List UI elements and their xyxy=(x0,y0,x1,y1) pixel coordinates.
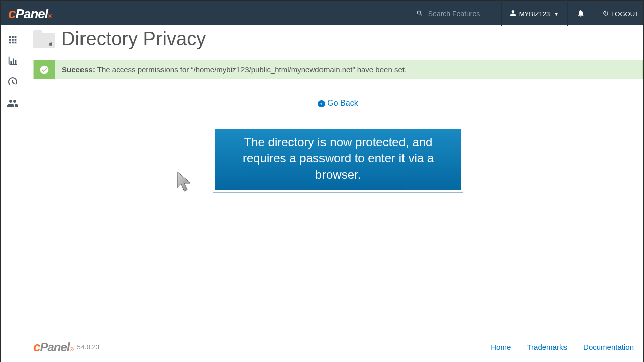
caret-down-icon: ▼ xyxy=(554,11,559,17)
sidebar xyxy=(1,25,24,362)
sidebar-item-users[interactable] xyxy=(1,94,24,115)
logout-icon xyxy=(602,10,609,18)
logo-c: c xyxy=(8,6,16,22)
footer-link-documentation[interactable]: Documentation xyxy=(583,343,634,351)
success-alert: Success: The access permissions for “/ho… xyxy=(33,60,643,79)
bell-icon xyxy=(577,9,585,19)
dashboard-icon xyxy=(7,76,19,90)
logout-label: LOGOUT xyxy=(611,10,639,18)
username-label: MYBIZ123 xyxy=(519,10,550,18)
top-header: cPanel® MYBIZ123 ▼ LOGOUT xyxy=(1,1,643,25)
footer-links: Home Trademarks Documentation xyxy=(476,343,634,351)
callout-text: The directory is now protected, and requ… xyxy=(215,129,461,190)
lock-icon xyxy=(48,41,53,48)
go-back-label: Go Back xyxy=(327,99,358,107)
arrow-left-icon xyxy=(318,100,325,107)
go-back-row: Go Back xyxy=(33,99,643,108)
footer: cPanel® 54.0.23 Home Trademarks Document… xyxy=(24,332,643,362)
sidebar-item-stats[interactable] xyxy=(1,51,24,72)
alert-label: Success: xyxy=(62,65,95,74)
apps-icon xyxy=(7,34,18,47)
main-content: Directory Privacy Success: The access pe… xyxy=(24,25,643,362)
footer-logo-c: c xyxy=(33,339,40,355)
sidebar-item-apps[interactable] xyxy=(1,30,24,51)
notifications-button[interactable] xyxy=(567,2,594,26)
user-icon xyxy=(510,10,516,18)
svg-point-0 xyxy=(40,65,49,74)
page-title: Directory Privacy xyxy=(61,28,206,50)
footer-logo-text: Panel xyxy=(40,340,69,354)
logout-button[interactable]: LOGOUT xyxy=(594,2,643,26)
success-icon xyxy=(34,60,55,79)
info-callout: The directory is now protected, and requ… xyxy=(213,127,463,193)
alert-message: The access permissions for “/home/mybiz1… xyxy=(97,65,407,74)
search-section xyxy=(411,2,501,26)
cpanel-logo[interactable]: cPanel® xyxy=(8,6,52,22)
logo-text: Panel xyxy=(16,6,48,22)
folder-lock-icon xyxy=(33,29,55,49)
user-menu[interactable]: MYBIZ123 ▼ xyxy=(501,2,567,26)
stats-icon xyxy=(7,55,18,68)
footer-link-trademarks[interactable]: Trademarks xyxy=(527,343,567,351)
search-icon xyxy=(416,10,423,18)
search-input[interactable] xyxy=(428,10,499,18)
go-back-link[interactable]: Go Back xyxy=(318,99,358,107)
footer-link-home[interactable]: Home xyxy=(491,343,511,351)
footer-version: 54.0.23 xyxy=(77,343,99,351)
footer-logo[interactable]: cPanel® xyxy=(33,339,73,355)
users-icon xyxy=(6,97,19,111)
sidebar-item-dashboard[interactable] xyxy=(1,72,24,94)
